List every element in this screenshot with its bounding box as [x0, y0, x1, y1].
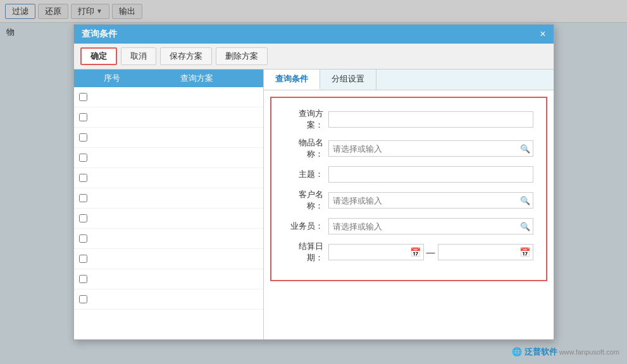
item-name-input-wrapper: 🔍 [328, 140, 533, 157]
list-item [74, 107, 263, 128]
row-checkbox[interactable] [79, 214, 87, 222]
list-item [74, 229, 263, 249]
brand-icon: 🌐 [512, 347, 522, 356]
dialog-close-button[interactable]: × [540, 29, 545, 39]
form-row-salesperson: 业务员： 🔍 [284, 218, 533, 234]
query-form: 查询方案： 物品名称： 🔍 主题： [270, 97, 547, 281]
list-item [74, 87, 263, 107]
form-row-plan: 查询方案： [284, 108, 533, 131]
label-plan: 查询方案： [284, 108, 328, 131]
left-panel-header: 序号 查询方案 [74, 70, 263, 87]
row-checkbox[interactable] [79, 194, 87, 202]
row-checkbox[interactable] [79, 234, 87, 243]
branding: 🌐 泛普软件 www.fanpusoft.com [512, 346, 619, 358]
input-item-name[interactable] [329, 144, 518, 154]
customer-search-icon[interactable]: 🔍 [518, 193, 533, 208]
row-checkbox[interactable] [79, 113, 87, 121]
date-input-group: 📅 — 📅 [328, 244, 533, 260]
date-start-calendar-icon[interactable]: 📅 [410, 247, 421, 257]
salesperson-search-icon[interactable]: 🔍 [518, 219, 533, 234]
row-checkbox[interactable] [79, 255, 87, 263]
row-checkbox[interactable] [79, 295, 87, 303]
label-customer: 客户名称： [284, 189, 328, 212]
row-checkbox[interactable] [79, 174, 87, 182]
dialog-action-bar: 确定 取消 保存方案 删除方案 [74, 44, 554, 70]
brand-logo: 🌐 泛普软件 [512, 346, 557, 358]
tab-query-conditions[interactable]: 查询条件 [264, 70, 320, 90]
right-panel: 查询条件 分组设置 查询方案： 物品名称： 🔍 [264, 70, 554, 339]
input-subject[interactable] [328, 166, 533, 183]
cancel-button[interactable]: 取消 [121, 47, 156, 65]
row-checkbox[interactable] [79, 154, 87, 162]
form-row-customer: 客户名称： 🔍 [284, 189, 533, 212]
input-plan[interactable] [328, 111, 533, 128]
list-item [74, 188, 263, 209]
tabs: 查询条件 分组设置 [264, 70, 554, 90]
form-row-date: 结算日期： 📅 — 📅 [284, 241, 533, 264]
label-salesperson: 业务员： [284, 221, 328, 232]
label-subject: 主题： [284, 169, 328, 180]
row-checkbox[interactable] [79, 275, 87, 283]
list-item [74, 168, 263, 188]
form-row-subject: 主题： [284, 166, 533, 183]
list-item [74, 209, 263, 229]
tab-group-settings[interactable]: 分组设置 [320, 70, 376, 90]
input-customer[interactable] [329, 196, 518, 205]
list-item [74, 128, 263, 148]
left-panel: 序号 查询方案 [74, 70, 264, 339]
date-end-input[interactable]: 📅 [438, 244, 533, 260]
list-item [74, 148, 263, 168]
save-plan-button[interactable]: 保存方案 [160, 47, 212, 65]
input-salesperson[interactable] [329, 222, 518, 231]
label-date: 结算日期： [284, 241, 328, 264]
customer-input-wrapper: 🔍 [328, 192, 533, 209]
header-checkbox-col [74, 73, 93, 84]
list-item [74, 269, 263, 289]
date-end-calendar-icon[interactable]: 📅 [519, 247, 530, 257]
date-start-input[interactable]: 📅 [328, 244, 424, 260]
modal-overlay: 查询条件 × 确定 取消 保存方案 删除方案 序号 查询方案 [0, 0, 627, 364]
confirm-button[interactable]: 确定 [80, 47, 117, 65]
form-row-item-name: 物品名称： 🔍 [284, 137, 533, 160]
item-name-search-icon[interactable]: 🔍 [518, 141, 533, 156]
dialog-title: 查询条件 [82, 28, 117, 40]
list-item [74, 289, 263, 310]
header-no-col: 序号 [93, 73, 131, 84]
date-separator: — [426, 247, 435, 257]
row-checkbox[interactable] [79, 93, 87, 101]
dialog-body: 序号 查询方案 [74, 70, 554, 339]
salesperson-input-wrapper: 🔍 [328, 218, 533, 234]
dialog-header: 查询条件 × [74, 25, 554, 44]
row-checkbox[interactable] [79, 133, 87, 142]
list-item [74, 249, 263, 269]
dialog: 查询条件 × 确定 取消 保存方案 删除方案 序号 查询方案 [73, 24, 554, 340]
left-panel-rows [74, 87, 263, 339]
header-plan-col: 查询方案 [131, 73, 263, 84]
delete-plan-button[interactable]: 删除方案 [216, 47, 268, 65]
label-item-name: 物品名称： [284, 137, 328, 160]
brand-url: www.fanpusoft.com [559, 348, 619, 356]
